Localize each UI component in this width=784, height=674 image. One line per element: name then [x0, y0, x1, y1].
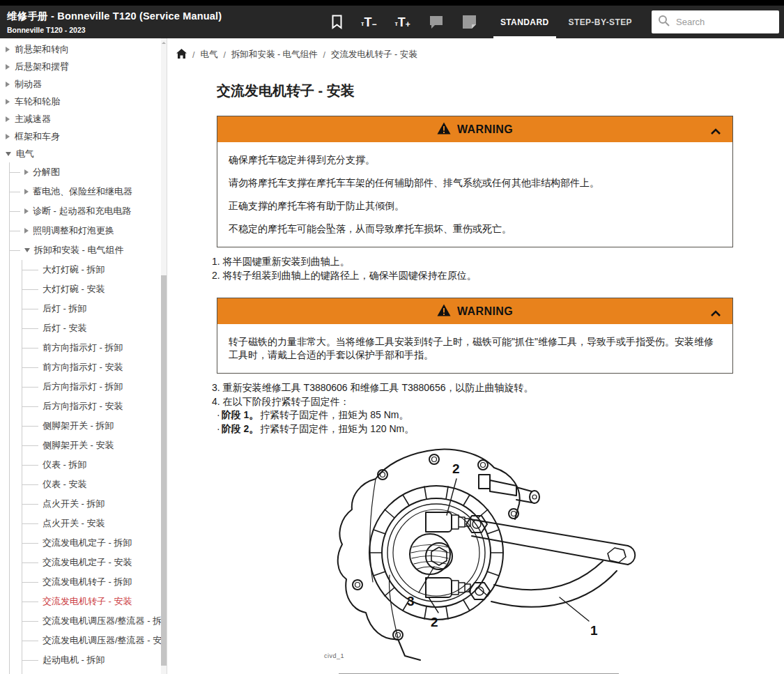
search-box[interactable] — [652, 10, 779, 33]
chevron-right-icon — [6, 82, 10, 87]
manual-title-block: 维修手册 - Bonneville T120 (Service Manual) … — [0, 10, 222, 34]
sidebar-item-final-drive[interactable]: 主减速器 — [0, 110, 167, 128]
sidebar-item-wheels-tyres[interactable]: 车轮和轮胎 — [0, 93, 167, 110]
warning-title: WARNING — [457, 123, 513, 136]
collapse-chevron-up-icon[interactable] — [710, 125, 721, 138]
manual-subtitle: Bonneville T120 - 2023 — [7, 26, 222, 34]
search-input[interactable] — [675, 16, 784, 28]
warning-triangle-icon — [437, 304, 451, 319]
sidebar-leaf[interactable]: 交流发电机定子 - 安装 — [22, 553, 167, 572]
chevron-right-icon — [24, 169, 29, 175]
window-top-strip — [0, 0, 784, 6]
breadcrumb-electrical[interactable]: 电气 — [200, 49, 217, 61]
tab-step-by-step[interactable]: STEP-BY-STEP — [559, 6, 642, 38]
sidebar-leaf[interactable]: 侧脚架开关 - 安装 — [22, 436, 167, 455]
sidebar-item-brakes[interactable]: 制动器 — [0, 75, 167, 93]
warning-header[interactable]: WARNING — [217, 116, 732, 142]
chevron-right-icon — [24, 189, 29, 194]
technical-figure: 2 3 2 1 civd_1 — [314, 448, 642, 664]
tab-standard[interactable]: STANDARD — [491, 6, 559, 38]
sidebar-item-front-suspension[interactable]: 前悬架和转向 — [0, 40, 167, 58]
electrical-children: 分解图 蓄电池、保险丝和继电器 诊断 - 起动器和充电电路 照明调整和灯泡更换 … — [9, 162, 167, 674]
callout-1: 1 — [590, 623, 598, 638]
warning-paragraph: 请勿将摩托车支撑在摩托车车架的任何辅助部件、排气系统或任何其他非结构部件上。 — [229, 176, 721, 190]
chevron-right-icon — [6, 99, 10, 105]
sidebar-leaf[interactable]: 点火开关 - 安装 — [22, 514, 167, 533]
sidebar-leaf[interactable]: 交流发电机调压器/整流器 - 安装 — [22, 631, 167, 650]
procedure-steps-3-4: 3.重新安装维修工具 T3880606 和维修工具 T3880656，以防止曲轴… — [212, 381, 733, 436]
toc-sidebar: 前悬架和转向 后悬架和摆臂 制动器 车轮和轮胎 主减速器 框架和车身 电气 分解… — [0, 38, 167, 674]
sidebar-item-exploded-views[interactable]: 分解图 — [10, 162, 167, 182]
font-decrease-icon[interactable]: тT− — [361, 16, 376, 29]
font-increase-icon[interactable]: тT+ — [394, 16, 410, 29]
sidebar-leaf[interactable]: 前方向指示灯 - 拆卸 — [22, 338, 167, 358]
sidebar-leaf-current-page[interactable]: 交流发电机转子 - 安装 — [22, 592, 167, 611]
sidebar-leaf[interactable]: 起动电机 - 安装 — [22, 670, 167, 674]
note-icon[interactable] — [462, 15, 477, 29]
callout-2-bottom: 2 — [431, 615, 438, 629]
sidebar-leaf[interactable]: 侧脚架开关 - 拆卸 — [22, 416, 167, 436]
warning-body: 转子磁铁的力量非常大。当将维修工具安装到转子上时，磁铁可能"抓住"维修工具，导致… — [217, 324, 732, 373]
figure-id-label: civd_1 — [324, 652, 344, 659]
sidebar-leaf[interactable]: 仪表 - 安装 — [22, 475, 167, 494]
warning-box-1: WARNING 确保摩托车稳定并得到充分支撑。 请勿将摩托车支撑在摩托车车架的任… — [217, 116, 733, 247]
sidebar-leaf[interactable]: 仪表 - 拆卸 — [22, 455, 167, 475]
comment-icon[interactable] — [429, 15, 444, 29]
chevron-right-icon — [6, 47, 10, 52]
mode-tabs: STANDARD STEP-BY-STEP — [491, 6, 642, 38]
sidebar-leaf[interactable]: 交流发电机转子 - 拆卸 — [22, 572, 167, 592]
sidebar-leaf[interactable]: 前方向指示灯 - 安装 — [22, 358, 167, 377]
page-title: 交流发电机转子 - 安装 — [217, 82, 733, 100]
sidebar-leaf[interactable]: 后方向指示灯 - 安装 — [22, 397, 167, 416]
sidebar-leaf[interactable]: 大灯灯碗 - 拆卸 — [22, 260, 167, 279]
search-icon — [658, 15, 670, 29]
breadcrumb-removal-group[interactable]: 拆卸和安装 - 电气组件 — [231, 49, 318, 61]
sidebar-leaf[interactable]: 交流发电机调压器/整流器 - 拆卸 — [22, 611, 167, 631]
header-toolbar: тT− тT+ — [331, 15, 477, 29]
stage-2: ·阶段 2。拧紧转子固定件，扭矩为 120 Nm。 — [212, 422, 733, 436]
bookmark-icon[interactable] — [331, 15, 343, 29]
sidebar-leaf[interactable]: 后灯 - 安装 — [22, 319, 167, 338]
warning-paragraph: 正确支撑的摩托车将有助于防止其倾倒。 — [229, 199, 721, 213]
warning-box-2: WARNING 转子磁铁的力量非常大。当将维修工具安装到转子上时，磁铁可能"抓住… — [217, 298, 733, 374]
sidebar-leaf[interactable]: 起动电机 - 拆卸 — [22, 650, 167, 670]
chevron-right-icon — [6, 134, 10, 139]
sidebar-item-diagnostics[interactable]: 诊断 - 起动器和充电电路 — [10, 201, 167, 221]
chevron-right-icon — [24, 228, 29, 233]
warning-header[interactable]: WARNING — [217, 298, 732, 324]
step-3: 3.重新安装维修工具 T3880606 和维修工具 T3880656，以防止曲轴… — [212, 381, 733, 395]
sidebar-leaf[interactable]: 交流发电机定子 - 拆卸 — [22, 533, 167, 553]
sidebar-item-battery-fuses[interactable]: 蓄电池、保险丝和继电器 — [10, 182, 167, 201]
sidebar-leaf[interactable]: 后灯 - 拆卸 — [22, 299, 167, 319]
sidebar-leaf[interactable]: 大灯灯碗 - 安装 — [22, 279, 167, 299]
sidebar-item-removal-install-group[interactable]: 拆卸和安装 - 电气组件 — [10, 240, 167, 260]
chevron-right-icon — [6, 116, 10, 122]
manual-title: 维修手册 - Bonneville T120 (Service Manual) — [7, 10, 222, 23]
app-header: 维修手册 - Bonneville T120 (Service Manual) … — [0, 6, 784, 38]
sidebar-item-lighting[interactable]: 照明调整和灯泡更换 — [10, 221, 167, 240]
breadcrumb-separator: / — [192, 50, 194, 60]
collapse-chevron-up-icon[interactable] — [710, 307, 721, 320]
breadcrumb-current: 交流发电机转子 - 安装 — [331, 49, 417, 61]
sidebar-scrollbar-up-arrow[interactable] — [162, 40, 166, 44]
breadcrumb: / 电气 / 拆卸和安装 - 电气组件 / 交流发电机转子 - 安装 — [168, 38, 784, 61]
procedure-steps-1-2: 1.将半圆键重新安装到曲轴上。 2.将转子组装到曲轴上的键路径上，确保半圆键保持… — [212, 255, 733, 282]
step-4: 4.在以下阶段拧紧转子固定件： — [212, 395, 733, 409]
sidebar-item-frame-body[interactable]: 框架和车身 — [0, 128, 167, 145]
home-icon[interactable] — [176, 49, 187, 61]
breadcrumb-separator: / — [223, 50, 225, 60]
warning-paragraph: 不稳定的摩托车可能会坠落，从而导致摩托车损坏、重伤或死亡。 — [229, 222, 721, 236]
breadcrumb-separator: / — [323, 50, 325, 60]
sidebar-item-electrical[interactable]: 电气 — [0, 145, 167, 162]
sidebar-leaf[interactable]: 点火开关 - 拆卸 — [22, 494, 167, 514]
callout-2-top: 2 — [452, 461, 460, 476]
chevron-down-icon — [24, 248, 30, 252]
chevron-right-icon — [24, 208, 29, 214]
content-pane: / 电气 / 拆卸和安装 - 电气组件 / 交流发电机转子 - 安装 交流发电机… — [168, 38, 784, 674]
warning-body: 确保摩托车稳定并得到充分支撑。 请勿将摩托车支撑在摩托车车架的任何辅助部件、排气… — [217, 142, 732, 247]
sidebar-leaf[interactable]: 后方向指示灯 - 拆卸 — [22, 377, 167, 397]
warning-triangle-icon — [437, 122, 451, 137]
warning-paragraph: 确保摩托车稳定并得到充分支撑。 — [229, 153, 721, 167]
sidebar-item-rear-suspension[interactable]: 后悬架和摆臂 — [0, 58, 167, 75]
sidebar-scrollbar-thumb[interactable] — [161, 275, 167, 666]
